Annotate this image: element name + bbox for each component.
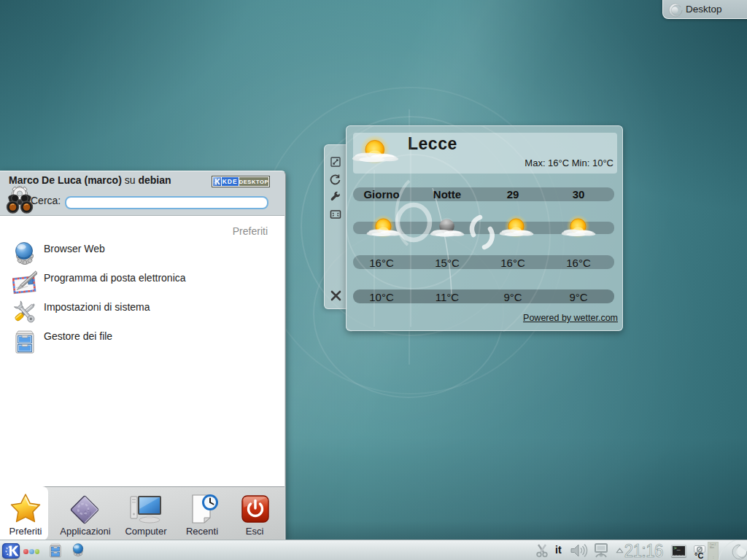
- svg-text:21:16: 21:16: [624, 540, 663, 560]
